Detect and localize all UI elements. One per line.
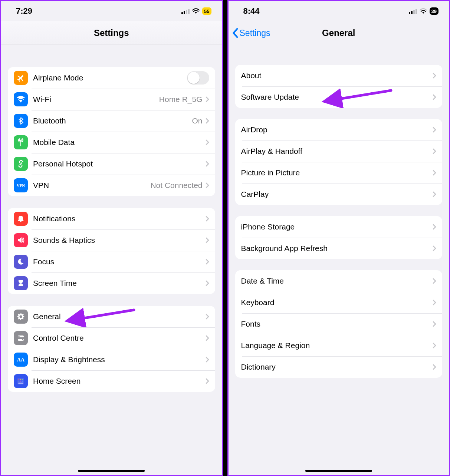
row-label: AirPlay & Handoff: [241, 147, 433, 156]
chevron-right-icon: [433, 278, 436, 284]
row-focus[interactable]: Focus: [8, 251, 215, 272]
row-background-app-refresh[interactable]: Background App Refresh: [235, 238, 443, 259]
svg-point-15: [22, 381, 23, 382]
cellular-signal-icon: [409, 8, 417, 14]
aa-text-icon: AA: [14, 353, 28, 367]
chevron-right-icon: [433, 364, 436, 370]
back-label: Settings: [240, 28, 270, 38]
wifi-icon: [192, 8, 200, 14]
moon-icon: [14, 255, 28, 269]
chevron-right-icon: [206, 96, 209, 102]
chevron-right-icon: [433, 300, 436, 305]
settings-group: NotificationsSounds & HapticsFocusScreen…: [8, 208, 215, 294]
svg-point-5: [18, 336, 19, 337]
row-label: Sounds & Haptics: [33, 236, 206, 245]
page-title: General: [322, 28, 355, 38]
svg-point-14: [20, 381, 22, 382]
chevron-right-icon: [206, 280, 209, 286]
svg-rect-16: [18, 383, 23, 384]
row-value: Not Connected: [150, 181, 202, 190]
nav-header: Settings General: [229, 21, 449, 45]
row-date-time[interactable]: Date & Time: [235, 270, 443, 292]
chevron-right-icon: [433, 224, 436, 230]
row-control-centre[interactable]: Control Centre: [8, 327, 215, 349]
settings-group: AirDropAirPlay & HandoffPicture in Pictu…: [235, 119, 443, 205]
row-bluetooth[interactable]: BluetoothOn: [8, 110, 215, 132]
svg-point-11: [20, 379, 22, 380]
settings-group: AboutSoftware Update: [235, 65, 443, 108]
status-bar: 7:29 55: [1, 1, 222, 21]
svg-point-7: [22, 339, 23, 340]
row-label: AirDrop: [241, 125, 433, 134]
screenshot-general: 8:44 39 Settings General AboutSoftware U…: [227, 0, 450, 476]
row-iphone-storage[interactable]: iPhone Storage: [235, 216, 443, 238]
back-button[interactable]: Settings: [232, 21, 270, 45]
svg-point-10: [19, 379, 20, 380]
chevron-right-icon: [433, 321, 436, 327]
chevron-right-icon: [206, 161, 209, 167]
row-notifications[interactable]: Notifications: [8, 208, 215, 229]
bluetooth-icon: [14, 114, 28, 128]
row-carplay[interactable]: CarPlay: [235, 184, 443, 205]
svg-text:AA: AA: [17, 357, 25, 363]
row-airplay-handoff[interactable]: AirPlay & Handoff: [235, 141, 443, 162]
svg-point-13: [19, 381, 20, 382]
row-label: Wi-Fi: [33, 95, 159, 104]
row-label: Home Screen: [33, 377, 206, 386]
row-personal-hotspot[interactable]: Personal Hotspot: [8, 153, 215, 175]
status-indicators: 55: [181, 7, 211, 15]
page-title: Settings: [94, 28, 129, 38]
home-indicator[interactable]: [305, 470, 372, 472]
row-airdrop[interactable]: AirDrop: [235, 119, 443, 141]
row-label: iPhone Storage: [241, 222, 433, 231]
row-general[interactable]: General: [8, 306, 215, 327]
row-fonts[interactable]: Fonts: [235, 313, 443, 335]
row-label: Date & Time: [241, 277, 433, 285]
row-dictionary[interactable]: Dictionary: [235, 356, 443, 378]
row-label: About: [241, 71, 433, 80]
chevron-right-icon: [433, 191, 436, 197]
chevron-right-icon: [206, 118, 209, 124]
chevron-right-icon: [206, 314, 209, 320]
row-label: Background App Refresh: [241, 244, 433, 253]
row-label: Notifications: [33, 214, 206, 223]
row-sounds-haptics[interactable]: Sounds & Haptics: [8, 229, 215, 251]
svg-point-0: [20, 140, 22, 141]
row-label: Display & Brightness: [33, 355, 206, 364]
general-list[interactable]: AboutSoftware UpdateAirDropAirPlay & Han…: [229, 45, 449, 475]
toggle[interactable]: [187, 71, 209, 85]
row-label: Language & Region: [241, 341, 433, 350]
row-mobile-data[interactable]: Mobile Data: [8, 132, 215, 153]
chevron-right-icon: [206, 216, 209, 222]
row-software-update[interactable]: Software Update: [235, 86, 443, 108]
row-label: Fonts: [241, 320, 433, 328]
row-label: Focus: [33, 257, 206, 266]
settings-list[interactable]: Airplane ModeWi-FiHome R_5GBluetoothOnMo…: [1, 45, 222, 475]
row-home-screen[interactable]: Home Screen: [8, 370, 215, 392]
row-vpn[interactable]: VPNVPNNot Connected: [8, 175, 215, 196]
row-display-brightness[interactable]: AADisplay & Brightness: [8, 349, 215, 370]
chevron-right-icon: [206, 357, 209, 363]
row-airplane-mode[interactable]: Airplane Mode: [8, 67, 215, 89]
antenna-icon: [14, 135, 28, 149]
row-keyboard[interactable]: Keyboard: [235, 292, 443, 313]
status-time: 7:29: [16, 6, 32, 16]
chevron-right-icon: [433, 245, 436, 251]
screenshot-settings-root: 7:29 55 Settings Airplane ModeWi-FiHome …: [0, 0, 223, 476]
grid-icon: [14, 374, 28, 388]
row-about[interactable]: About: [235, 65, 443, 86]
chevron-right-icon: [433, 127, 436, 133]
svg-point-12: [22, 379, 23, 380]
row-wifi[interactable]: Wi-FiHome R_5G: [8, 89, 215, 110]
row-language-region[interactable]: Language & Region: [235, 335, 443, 356]
row-label: Personal Hotspot: [33, 159, 206, 168]
home-indicator[interactable]: [78, 470, 145, 472]
svg-point-2: [20, 315, 22, 318]
settings-group: Airplane ModeWi-FiHome R_5GBluetoothOnMo…: [8, 67, 215, 196]
row-screen-time[interactable]: Screen Time: [8, 272, 215, 294]
row-label: Software Update: [241, 93, 433, 102]
chevron-right-icon: [206, 335, 209, 341]
row-label: Bluetooth: [33, 116, 192, 125]
vpn-text-icon: VPN: [14, 178, 28, 192]
row-picture-in-picture[interactable]: Picture in Picture: [235, 162, 443, 184]
